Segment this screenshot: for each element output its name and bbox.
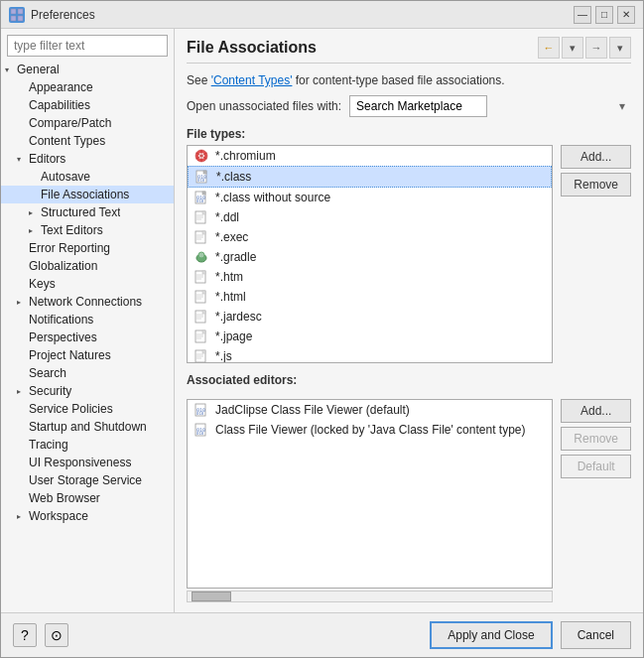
file-type-item[interactable]: *.chromium: [188, 146, 552, 166]
cancel-button[interactable]: Cancel: [561, 621, 631, 649]
filter-input[interactable]: [7, 35, 168, 57]
expand-arrow: ▾: [17, 155, 27, 164]
file-add-button[interactable]: Add...: [561, 145, 631, 169]
main-content: ▾General Appearance Capabilities Compare…: [1, 29, 643, 612]
tree-item[interactable]: Project Natures: [1, 346, 174, 364]
settings-icon: ⊙: [51, 627, 63, 643]
tree-item[interactable]: Notifications: [1, 311, 174, 329]
help-button[interactable]: ?: [13, 623, 37, 647]
tree-item-label: Security: [29, 384, 71, 398]
content-types-row: See 'Content Types' for content-type bas…: [187, 73, 631, 87]
file-type-item[interactable]: *.htm: [188, 267, 552, 287]
content-types-link[interactable]: 'Content Types': [211, 73, 293, 87]
tree-item[interactable]: Content Types: [1, 132, 174, 150]
svg-text:010: 010: [197, 178, 205, 183]
tree-item[interactable]: Startup and Shutdown: [1, 418, 174, 436]
file-type-item[interactable]: *.jardesc: [188, 307, 552, 327]
file-type-item[interactable]: *.exec: [188, 227, 552, 247]
footer-left: ? ⊙: [13, 623, 68, 647]
tree-item[interactable]: Search: [1, 364, 174, 382]
assoc-default-button[interactable]: Default: [561, 455, 631, 478]
tree-item-label: File Associations: [41, 188, 129, 201]
tree-item[interactable]: UI Responsiveness: [1, 454, 174, 471]
tree-item[interactable]: ▸Network Connections: [1, 293, 174, 311]
forward-button[interactable]: →: [585, 37, 607, 59]
footer: ? ⊙ Apply and Close Cancel: [1, 612, 643, 657]
tree-item[interactable]: Web Browser: [1, 489, 174, 507]
file-type-icon: [193, 249, 209, 265]
tree-item-label: Structured Text: [41, 205, 120, 219]
apply-close-button[interactable]: Apply and Close: [430, 621, 552, 649]
open-with-dropdown[interactable]: Search Marketplace: [349, 95, 487, 117]
tree-item-label: Globalization: [29, 259, 97, 273]
tree-item-label: Network Connections: [29, 295, 142, 309]
tree-item[interactable]: User Storage Service: [1, 471, 174, 489]
tree-item[interactable]: Keys: [1, 275, 174, 293]
tree-item-label: Search: [29, 366, 66, 380]
file-type-buttons: Add... Remove: [561, 145, 631, 363]
tree-item[interactable]: Globalization: [1, 257, 174, 275]
file-type-name: *.js: [215, 349, 232, 363]
tree-item-label: Error Reporting: [29, 241, 110, 255]
assoc-editor-icon: 010010: [193, 402, 209, 418]
svg-rect-45: [202, 330, 205, 333]
tree-item[interactable]: ▾General: [1, 61, 174, 78]
file-type-name: *.class without source: [215, 191, 330, 204]
tree-item[interactable]: Service Policies: [1, 400, 174, 418]
file-type-icon: [193, 348, 209, 363]
file-type-name: *.jpage: [215, 329, 252, 343]
file-type-item[interactable]: *.html: [188, 287, 552, 307]
title-bar-buttons: — □ ✕: [574, 6, 635, 24]
file-type-item[interactable]: 010010*.class: [188, 166, 552, 188]
tree-item[interactable]: ▸Workspace: [1, 507, 174, 525]
file-type-name: *.ddl: [215, 210, 239, 224]
file-type-name: *.gradle: [215, 250, 256, 264]
tree-item[interactable]: Appearance: [1, 78, 174, 96]
maximize-button[interactable]: □: [595, 6, 613, 24]
back-button[interactable]: ←: [538, 37, 560, 59]
tree-item-label: Perspectives: [29, 330, 97, 344]
tree-item[interactable]: ▸Text Editors: [1, 221, 174, 239]
file-types-label: File types:: [187, 127, 631, 141]
tree-item[interactable]: ▸Structured Text: [1, 203, 174, 221]
file-type-icon: [193, 309, 209, 325]
svg-rect-23: [202, 231, 205, 234]
settings-button[interactable]: ⊙: [45, 623, 68, 647]
assoc-remove-button[interactable]: Remove: [561, 427, 631, 451]
tree-item[interactable]: Tracing: [1, 436, 174, 454]
tree-item-label: Project Natures: [29, 348, 111, 362]
file-type-icon: [193, 148, 209, 164]
tree-item[interactable]: Autosave: [1, 168, 174, 186]
assoc-label: Associated editors:: [187, 373, 631, 387]
assoc-editor-item[interactable]: 010010Class File Viewer (locked by 'Java…: [188, 420, 552, 440]
tree-item[interactable]: File Associations: [1, 186, 174, 203]
nav-dropdown2[interactable]: ▾: [609, 37, 631, 59]
file-type-item[interactable]: 010010*.class without source: [188, 188, 552, 207]
file-type-icon: [193, 269, 209, 285]
expand-arrow: ▸: [17, 512, 27, 521]
tree-item[interactable]: Perspectives: [1, 329, 174, 346]
svg-rect-2: [11, 16, 16, 21]
file-remove-button[interactable]: Remove: [561, 173, 631, 197]
tree-item[interactable]: Compare/Patch: [1, 114, 174, 132]
open-with-row: Open unassociated files with: Search Mar…: [187, 95, 631, 117]
file-type-item[interactable]: *.js: [188, 346, 552, 363]
tree-item-label: Tracing: [29, 438, 68, 452]
assoc-add-button[interactable]: Add...: [561, 399, 631, 423]
close-button[interactable]: ✕: [617, 6, 635, 24]
svg-rect-3: [18, 16, 23, 21]
file-type-item[interactable]: *.ddl: [188, 207, 552, 227]
horizontal-scrollbar[interactable]: [187, 591, 553, 602]
file-type-name: *.class: [216, 170, 251, 184]
assoc-editor-item[interactable]: 010010JadClipse Class File Viewer (defau…: [188, 400, 552, 420]
tree-item[interactable]: ▾Editors: [1, 150, 174, 168]
minimize-button[interactable]: —: [574, 6, 591, 24]
svg-rect-40: [202, 311, 205, 314]
file-type-name: *.jardesc: [215, 310, 262, 324]
tree-item[interactable]: ▸Security: [1, 382, 174, 400]
file-type-item[interactable]: *.jpage: [188, 327, 552, 346]
file-type-item[interactable]: *.gradle: [188, 247, 552, 267]
nav-dropdown[interactable]: ▾: [562, 37, 583, 59]
tree-item[interactable]: Error Reporting: [1, 239, 174, 257]
tree-item[interactable]: Capabilities: [1, 96, 174, 114]
